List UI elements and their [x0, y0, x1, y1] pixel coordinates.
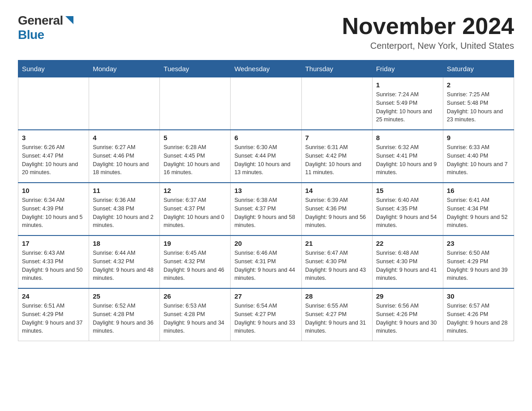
header-friday: Friday [372, 60, 443, 77]
calendar-week-row: 3Sunrise: 6:26 AM Sunset: 4:47 PM Daylig… [18, 130, 514, 183]
calendar-cell [231, 77, 301, 130]
calendar-cell: 24Sunrise: 6:51 AM Sunset: 4:29 PM Dayli… [18, 288, 89, 341]
day-number: 1 [376, 81, 439, 89]
calendar-cell: 14Sunrise: 6:39 AM Sunset: 4:36 PM Dayli… [301, 183, 372, 235]
calendar-cell: 6Sunrise: 6:30 AM Sunset: 4:44 PM Daylig… [231, 130, 301, 183]
day-info: Sunrise: 6:51 AM Sunset: 4:29 PM Dayligh… [22, 302, 85, 335]
calendar-cell: 8Sunrise: 6:32 AM Sunset: 4:41 PM Daylig… [372, 130, 443, 183]
header-tuesday: Tuesday [160, 60, 231, 77]
day-info: Sunrise: 6:37 AM Sunset: 4:37 PM Dayligh… [163, 196, 227, 230]
day-info: Sunrise: 6:40 AM Sunset: 4:35 PM Dayligh… [376, 196, 439, 230]
day-number: 23 [447, 240, 510, 247]
calendar-cell: 22Sunrise: 6:48 AM Sunset: 4:30 PM Dayli… [372, 235, 443, 288]
day-number: 26 [163, 292, 227, 300]
day-info: Sunrise: 6:45 AM Sunset: 4:32 PM Dayligh… [163, 249, 227, 283]
calendar-cell: 28Sunrise: 6:55 AM Sunset: 4:27 PM Dayli… [301, 288, 372, 341]
calendar-week-row: 1Sunrise: 7:24 AM Sunset: 5:49 PM Daylig… [18, 77, 514, 130]
calendar-cell [160, 77, 231, 130]
day-info: Sunrise: 6:47 AM Sunset: 4:30 PM Dayligh… [305, 249, 369, 283]
calendar-cell: 29Sunrise: 6:56 AM Sunset: 4:26 PM Dayli… [372, 288, 443, 341]
day-number: 3 [22, 134, 85, 141]
day-number: 19 [163, 240, 227, 247]
calendar-cell: 21Sunrise: 6:47 AM Sunset: 4:30 PM Dayli… [301, 235, 372, 288]
day-number: 6 [234, 134, 297, 141]
logo-arrow-icon [64, 15, 74, 25]
logo-general-text: General [18, 13, 63, 28]
calendar-table: SundayMondayTuesdayWednesdayThursdayFrid… [18, 60, 514, 341]
calendar-cell: 1Sunrise: 7:24 AM Sunset: 5:49 PM Daylig… [372, 77, 443, 130]
day-info: Sunrise: 6:52 AM Sunset: 4:28 PM Dayligh… [93, 302, 156, 335]
day-number: 5 [163, 134, 227, 141]
title-area: November 2024 Centerport, New York, Unit… [342, 13, 514, 51]
day-number: 16 [447, 187, 510, 194]
day-number: 30 [447, 292, 510, 300]
calendar-cell: 2Sunrise: 7:25 AM Sunset: 5:48 PM Daylig… [443, 77, 514, 130]
calendar-cell: 10Sunrise: 6:34 AM Sunset: 4:39 PM Dayli… [18, 183, 89, 235]
calendar-cell [89, 77, 160, 130]
calendar-cell [18, 77, 89, 130]
day-info: Sunrise: 6:34 AM Sunset: 4:39 PM Dayligh… [22, 196, 85, 230]
day-info: Sunrise: 6:30 AM Sunset: 4:44 PM Dayligh… [234, 143, 297, 177]
calendar-cell: 26Sunrise: 6:53 AM Sunset: 4:28 PM Dayli… [160, 288, 231, 341]
day-info: Sunrise: 6:55 AM Sunset: 4:27 PM Dayligh… [305, 302, 369, 335]
day-number: 10 [22, 187, 85, 194]
day-info: Sunrise: 6:26 AM Sunset: 4:47 PM Dayligh… [22, 143, 85, 177]
calendar-cell: 5Sunrise: 6:28 AM Sunset: 4:45 PM Daylig… [160, 130, 231, 183]
calendar-cell: 20Sunrise: 6:46 AM Sunset: 4:31 PM Dayli… [231, 235, 301, 288]
day-number: 9 [447, 134, 510, 141]
day-number: 2 [447, 81, 510, 89]
svg-marker-0 [65, 16, 73, 24]
day-info: Sunrise: 6:36 AM Sunset: 4:38 PM Dayligh… [93, 196, 156, 230]
calendar-cell: 13Sunrise: 6:38 AM Sunset: 4:37 PM Dayli… [231, 183, 301, 235]
header-monday: Monday [89, 60, 160, 77]
day-number: 27 [234, 292, 297, 300]
day-info: Sunrise: 6:50 AM Sunset: 4:29 PM Dayligh… [447, 249, 510, 283]
day-info: Sunrise: 6:57 AM Sunset: 4:26 PM Dayligh… [447, 302, 510, 335]
day-info: Sunrise: 6:38 AM Sunset: 4:37 PM Dayligh… [234, 196, 297, 230]
day-info: Sunrise: 6:46 AM Sunset: 4:31 PM Dayligh… [234, 249, 297, 283]
day-number: 8 [376, 134, 439, 141]
day-number: 11 [93, 187, 156, 194]
day-info: Sunrise: 6:28 AM Sunset: 4:45 PM Dayligh… [163, 143, 227, 177]
day-info: Sunrise: 6:32 AM Sunset: 4:41 PM Dayligh… [376, 143, 439, 177]
page-header: General Blue November 2024 Centerport, N… [18, 13, 514, 51]
calendar-cell: 18Sunrise: 6:44 AM Sunset: 4:32 PM Dayli… [89, 235, 160, 288]
calendar-cell: 9Sunrise: 6:33 AM Sunset: 4:40 PM Daylig… [443, 130, 514, 183]
day-info: Sunrise: 6:44 AM Sunset: 4:32 PM Dayligh… [93, 249, 156, 283]
day-info: Sunrise: 6:53 AM Sunset: 4:28 PM Dayligh… [163, 302, 227, 335]
day-info: Sunrise: 6:54 AM Sunset: 4:27 PM Dayligh… [234, 302, 297, 335]
month-title: November 2024 [342, 13, 514, 39]
day-number: 28 [305, 292, 369, 300]
calendar-cell: 19Sunrise: 6:45 AM Sunset: 4:32 PM Dayli… [160, 235, 231, 288]
calendar-cell: 23Sunrise: 6:50 AM Sunset: 4:29 PM Dayli… [443, 235, 514, 288]
day-number: 21 [305, 240, 369, 247]
calendar-cell: 25Sunrise: 6:52 AM Sunset: 4:28 PM Dayli… [89, 288, 160, 341]
day-info: Sunrise: 7:24 AM Sunset: 5:49 PM Dayligh… [376, 90, 439, 124]
header-thursday: Thursday [301, 60, 372, 77]
calendar-cell: 16Sunrise: 6:41 AM Sunset: 4:34 PM Dayli… [443, 183, 514, 235]
day-info: Sunrise: 6:31 AM Sunset: 4:42 PM Dayligh… [305, 143, 369, 177]
calendar-cell: 30Sunrise: 6:57 AM Sunset: 4:26 PM Dayli… [443, 288, 514, 341]
day-number: 20 [234, 240, 297, 247]
day-info: Sunrise: 6:33 AM Sunset: 4:40 PM Dayligh… [447, 143, 510, 177]
day-number: 18 [93, 240, 156, 247]
day-info: Sunrise: 6:56 AM Sunset: 4:26 PM Dayligh… [376, 302, 439, 335]
day-number: 29 [376, 292, 439, 300]
day-number: 17 [22, 240, 85, 247]
calendar-cell: 3Sunrise: 6:26 AM Sunset: 4:47 PM Daylig… [18, 130, 89, 183]
day-info: Sunrise: 6:39 AM Sunset: 4:36 PM Dayligh… [305, 196, 369, 230]
calendar-cell: 11Sunrise: 6:36 AM Sunset: 4:38 PM Dayli… [89, 183, 160, 235]
calendar-week-row: 17Sunrise: 6:43 AM Sunset: 4:33 PM Dayli… [18, 235, 514, 288]
day-number: 24 [22, 292, 85, 300]
day-number: 25 [93, 292, 156, 300]
day-number: 15 [376, 187, 439, 194]
calendar-cell: 4Sunrise: 6:27 AM Sunset: 4:46 PM Daylig… [89, 130, 160, 183]
calendar-week-row: 24Sunrise: 6:51 AM Sunset: 4:29 PM Dayli… [18, 288, 514, 341]
location-subtitle: Centerport, New York, United States [342, 41, 514, 51]
header-sunday: Sunday [18, 60, 89, 77]
day-info: Sunrise: 6:41 AM Sunset: 4:34 PM Dayligh… [447, 196, 510, 230]
calendar-cell [301, 77, 372, 130]
day-number: 4 [93, 134, 156, 141]
calendar-cell: 15Sunrise: 6:40 AM Sunset: 4:35 PM Dayli… [372, 183, 443, 235]
day-info: Sunrise: 6:48 AM Sunset: 4:30 PM Dayligh… [376, 249, 439, 283]
